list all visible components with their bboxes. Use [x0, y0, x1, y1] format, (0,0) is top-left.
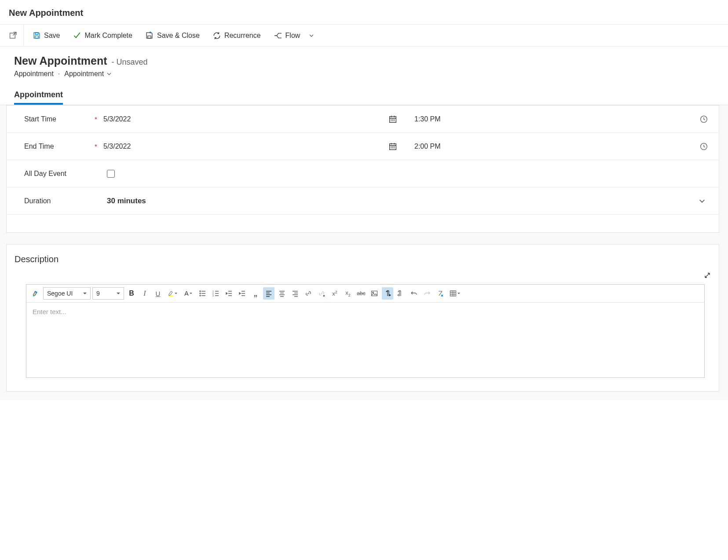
chevron-down-icon: [699, 198, 708, 205]
popout-icon: [9, 32, 17, 40]
recurrence-label: Recurrence: [224, 32, 261, 40]
underline-button[interactable]: U: [152, 287, 164, 300]
chevron-down-icon: [309, 33, 314, 38]
end-time-value: 2:00 PM: [414, 143, 441, 150]
font-family-value: Segoe UI: [47, 290, 73, 297]
svg-rect-15: [372, 291, 377, 296]
save-icon: [33, 32, 40, 40]
indent-button[interactable]: [237, 287, 248, 300]
flow-icon: [274, 32, 282, 40]
svg-point-10: [200, 293, 201, 294]
format-painter-button[interactable]: [30, 287, 41, 300]
start-date-value: 5/3/2022: [103, 115, 131, 123]
start-time-input[interactable]: 1:30 PM: [414, 115, 708, 123]
outdent-button[interactable]: [223, 287, 235, 300]
popout-button[interactable]: [9, 25, 17, 46]
align-center-button[interactable]: [276, 287, 288, 300]
start-time-label: Start Time: [18, 115, 95, 123]
svg-rect-1: [35, 36, 38, 38]
svg-rect-17: [450, 291, 456, 296]
calendar-icon: [389, 143, 397, 150]
all-day-label: All Day Event: [18, 170, 95, 178]
form-title: New Appointment: [14, 55, 107, 67]
description-card: Description Segoe UI 9: [6, 244, 719, 392]
save-close-icon: [146, 32, 154, 40]
form-body: Start Time * 5/3/2022 1:30 PM: [0, 105, 728, 400]
breadcrumb-form-selector[interactable]: Appointment: [64, 70, 112, 78]
required-marker: *: [95, 143, 103, 150]
font-color-button[interactable]: A: [181, 287, 195, 300]
flow-label: Flow: [285, 32, 300, 40]
divider: [23, 25, 24, 47]
table-button[interactable]: [448, 287, 462, 300]
chevron-down-icon: [106, 71, 112, 77]
align-left-button[interactable]: [263, 287, 274, 300]
bold-button[interactable]: B: [126, 287, 137, 300]
rich-text-editor: Segoe UI 9 B I U A: [26, 284, 705, 378]
link-button[interactable]: [303, 287, 314, 300]
end-date-value: 5/3/2022: [103, 143, 131, 150]
svg-rect-3: [148, 36, 151, 38]
bullet-list-button[interactable]: [197, 287, 209, 300]
fields-card: Start Time * 5/3/2022 1:30 PM: [6, 105, 719, 233]
breadcrumb-entity: Appointment: [14, 70, 54, 78]
end-date-input[interactable]: 5/3/2022: [103, 143, 414, 150]
image-button[interactable]: [369, 287, 380, 300]
duration-value: 30 minutes: [107, 197, 146, 205]
blockquote-button[interactable]: „: [250, 287, 261, 300]
svg-rect-8: [168, 296, 173, 296]
clear-format-button[interactable]: [435, 287, 446, 300]
all-day-checkbox[interactable]: [107, 170, 115, 178]
field-duration: Duration 30 minutes: [7, 187, 719, 215]
duration-select[interactable]: 30 minutes: [103, 197, 708, 205]
save-close-button[interactable]: Save & Close: [146, 25, 200, 46]
end-time-input[interactable]: 2:00 PM: [414, 143, 708, 150]
svg-point-11: [200, 295, 201, 296]
tab-appointment[interactable]: Appointment: [14, 90, 63, 105]
unlink-button[interactable]: [316, 287, 327, 300]
field-start-time: Start Time * 5/3/2022 1:30 PM: [7, 106, 719, 133]
strikethrough-button[interactable]: abc: [355, 287, 367, 300]
flow-button[interactable]: Flow: [274, 25, 315, 46]
start-date-input[interactable]: 5/3/2022: [103, 115, 414, 123]
breadcrumb: Appointment · Appointment: [14, 70, 719, 78]
mark-complete-label: Mark Complete: [84, 32, 132, 40]
recurrence-button[interactable]: Recurrence: [213, 25, 261, 46]
mark-complete-button[interactable]: Mark Complete: [73, 25, 132, 46]
save-close-label: Save & Close: [157, 32, 200, 40]
italic-button[interactable]: I: [139, 287, 150, 300]
expand-icon[interactable]: [704, 272, 711, 279]
start-time-value: 1:30 PM: [414, 115, 441, 123]
breadcrumb-sep: ·: [58, 70, 60, 78]
align-right-button[interactable]: [289, 287, 301, 300]
superscript-button[interactable]: x2: [329, 287, 340, 300]
redo-button[interactable]: [421, 287, 433, 300]
ltr-button[interactable]: [382, 287, 393, 300]
svg-text:3: 3: [212, 294, 214, 297]
breadcrumb-form-label: Appointment: [64, 70, 104, 78]
font-size-value: 9: [96, 290, 100, 297]
tab-bar: Appointment: [14, 90, 719, 105]
subscript-button[interactable]: x2: [342, 287, 354, 300]
rte-placeholder: Enter text...: [33, 308, 66, 315]
unsaved-status: - Unsaved: [112, 58, 148, 67]
font-size-select[interactable]: 9: [92, 287, 124, 300]
required-marker: *: [95, 115, 103, 123]
calendar-icon: [389, 115, 397, 123]
undo-button[interactable]: [408, 287, 420, 300]
clock-icon: [700, 115, 708, 123]
field-end-time: End Time * 5/3/2022 2:00 PM: [7, 133, 719, 160]
checkmark-icon: [73, 32, 81, 40]
font-family-select[interactable]: Segoe UI: [43, 287, 91, 300]
end-time-label: End Time: [18, 143, 95, 150]
rte-textarea[interactable]: Enter text...: [26, 303, 704, 377]
command-bar: Save Mark Complete Save & Close Recurren…: [0, 25, 728, 47]
number-list-button[interactable]: 123: [210, 287, 222, 300]
svg-rect-2: [35, 33, 38, 34]
field-all-day: All Day Event: [7, 160, 719, 187]
highlight-button[interactable]: [165, 287, 179, 300]
save-button[interactable]: Save: [33, 25, 60, 46]
svg-point-16: [373, 292, 373, 293]
rte-toolbar: Segoe UI 9 B I U A: [26, 285, 704, 303]
rtl-button[interactable]: [395, 287, 406, 300]
